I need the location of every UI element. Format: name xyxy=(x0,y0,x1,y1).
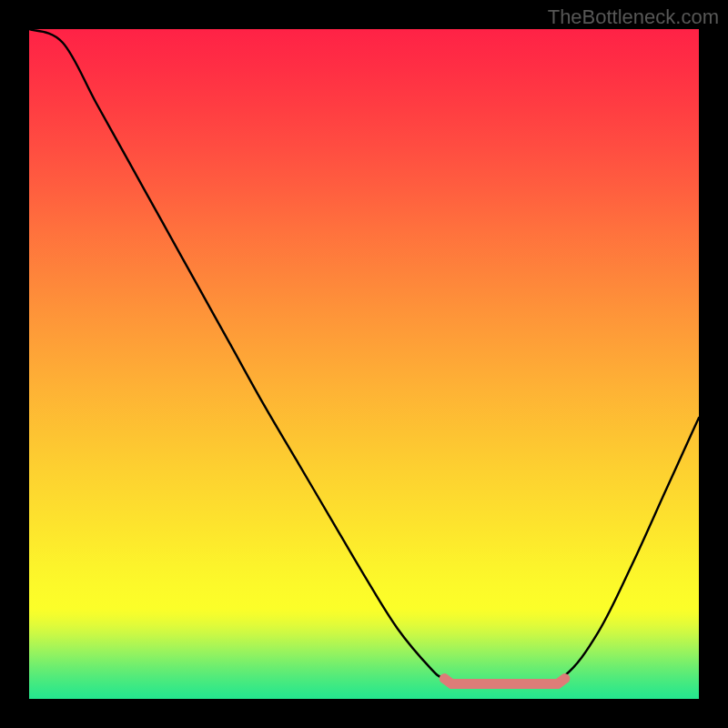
chart-area xyxy=(29,29,699,699)
gradient-background xyxy=(29,29,699,699)
flat-highlight xyxy=(444,679,564,684)
watermark-text: TheBottleneck.com xyxy=(548,5,719,29)
chart-svg xyxy=(29,29,699,699)
